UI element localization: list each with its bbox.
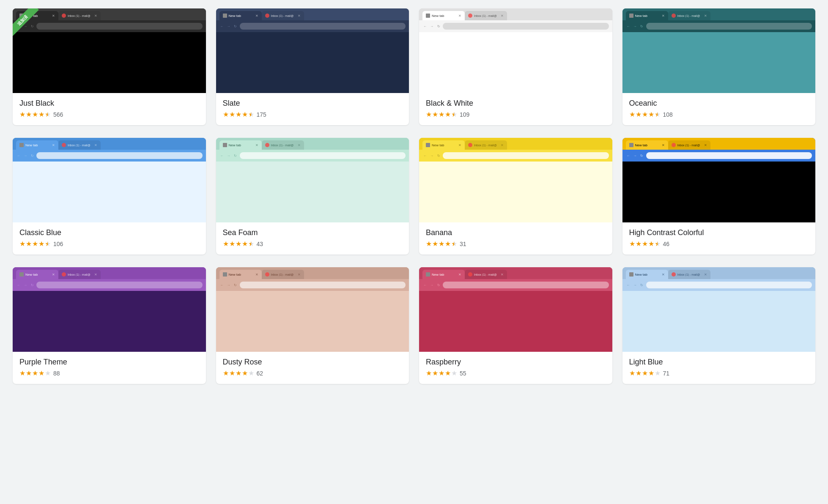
review-count: 106 [53, 241, 63, 247]
star-full: ★ [38, 240, 44, 248]
card-info: Oceanic★★★★★108 [622, 93, 816, 125]
star-full: ★ [32, 110, 38, 118]
theme-name: Dusty Rose [223, 358, 403, 367]
card-info: Just Black★★★★★566 [13, 93, 206, 125]
rating-row: ★★★★★46 [629, 240, 809, 248]
theme-card-purple[interactable]: New tab ✕ Inbox (1) - mail@ ✕ ← → ↻ Purp… [13, 267, 206, 384]
star-full: ★ [636, 240, 642, 248]
rating-row: ★★★★★108 [629, 110, 809, 118]
rating-row: ★★★★★566 [19, 110, 199, 118]
rating-row: ★★★★★43 [223, 240, 403, 248]
theme-thumbnail: New tab ✕ Inbox (1) - mail@ ✕ ← → ↻ [13, 138, 206, 222]
star-full: ★ [19, 240, 25, 248]
star-full: ★ [439, 110, 444, 118]
card-info: Black & White★★★★★109 [419, 93, 612, 125]
theme-name: Classic Blue [19, 228, 199, 237]
theme-card-oceanic[interactable]: New tab ✕ Inbox (1) - mail@ ✕ ← → ↻ Ocea… [622, 8, 816, 125]
star-full: ★ [426, 240, 432, 248]
stars: ★★★★★ [19, 110, 51, 118]
card-info: High Contrast Colorful★★★★★46 [622, 222, 816, 255]
star-full: ★ [223, 240, 229, 248]
theme-name: Black & White [426, 99, 606, 108]
theme-name: Just Black [19, 99, 199, 108]
review-count: 175 [257, 111, 266, 118]
stars: ★★★★★ [629, 240, 661, 248]
theme-name: Raspberry [426, 358, 606, 367]
theme-card-sea-foam[interactable]: New tab ✕ Inbox (1) - mail@ ✕ ← → ↻ Sea … [216, 138, 409, 255]
star-full: ★ [432, 110, 438, 118]
theme-card-raspberry[interactable]: New tab ✕ Inbox (1) - mail@ ✕ ← → ↻ Rasp… [419, 267, 612, 384]
star-full: ★ [445, 110, 451, 118]
star-half: ★ [248, 240, 254, 248]
theme-name: Purple Theme [19, 358, 199, 367]
star-full: ★ [432, 369, 438, 377]
star-full: ★ [26, 369, 32, 377]
review-count: 566 [53, 111, 63, 118]
theme-thumbnail: New tab ✕ Inbox (1) - mail@ ✕ ← → ↻ 追加済 [13, 8, 206, 93]
stars: ★★★★★ [426, 369, 457, 377]
star-full: ★ [236, 110, 241, 118]
star-full: ★ [642, 240, 648, 248]
star-full: ★ [19, 369, 25, 377]
stars: ★★★★★ [426, 240, 457, 248]
rating-row: ★★★★★62 [223, 369, 403, 377]
review-count: 55 [460, 370, 466, 377]
theme-card-dusty-rose[interactable]: New tab ✕ Inbox (1) - mail@ ✕ ← → ↻ Dust… [216, 267, 409, 384]
card-info: Classic Blue★★★★★106 [13, 222, 206, 255]
star-full: ★ [426, 369, 432, 377]
theme-name: Slate [223, 99, 403, 108]
theme-thumbnail: New tab ✕ Inbox (1) - mail@ ✕ ← → ↻ [419, 267, 612, 352]
star-full: ★ [229, 369, 235, 377]
star-full: ★ [26, 110, 32, 118]
theme-card-banana[interactable]: New tab ✕ Inbox (1) - mail@ ✕ ← → ↻ Bana… [419, 138, 612, 255]
theme-card-black-white[interactable]: New tab ✕ Inbox (1) - mail@ ✕ ← → ↻ Blac… [419, 8, 612, 125]
star-full: ★ [629, 110, 635, 118]
theme-card-classic-blue[interactable]: New tab ✕ Inbox (1) - mail@ ✕ ← → ↻ Clas… [13, 138, 206, 255]
theme-thumbnail: New tab ✕ Inbox (1) - mail@ ✕ ← → ↻ [622, 138, 816, 222]
rating-row: ★★★★★71 [629, 369, 809, 377]
star-empty: ★ [655, 369, 661, 377]
theme-name: Banana [426, 228, 606, 237]
card-info: Dusty Rose★★★★★62 [216, 352, 409, 384]
star-half: ★ [45, 110, 51, 118]
theme-card-light-blue[interactable]: New tab ✕ Inbox (1) - mail@ ✕ ← → ↻ Ligh… [622, 267, 816, 384]
review-count: 108 [663, 111, 673, 118]
review-count: 43 [257, 241, 263, 247]
theme-thumbnail: New tab ✕ Inbox (1) - mail@ ✕ ← → ↻ [216, 138, 409, 222]
review-count: 46 [663, 241, 670, 247]
stars: ★★★★★ [223, 110, 254, 118]
star-full: ★ [426, 110, 432, 118]
theme-card-high-contrast-colorful[interactable]: New tab ✕ Inbox (1) - mail@ ✕ ← → ↻ High… [622, 138, 816, 255]
rating-row: ★★★★★109 [426, 110, 606, 118]
star-empty: ★ [45, 369, 51, 377]
star-empty: ★ [451, 369, 457, 377]
star-full: ★ [636, 369, 642, 377]
themes-grid: New tab ✕ Inbox (1) - mail@ ✕ ← → ↻ 追加済J… [13, 8, 815, 384]
star-empty: ★ [248, 369, 254, 377]
card-info: Purple Theme★★★★★88 [13, 352, 206, 384]
rating-row: ★★★★★31 [426, 240, 606, 248]
theme-card-just-black[interactable]: New tab ✕ Inbox (1) - mail@ ✕ ← → ↻ 追加済J… [13, 8, 206, 125]
rating-row: ★★★★★106 [19, 240, 199, 248]
card-info: Raspberry★★★★★55 [419, 352, 612, 384]
star-full: ★ [636, 110, 642, 118]
theme-thumbnail: New tab ✕ Inbox (1) - mail@ ✕ ← → ↻ [419, 138, 612, 222]
star-half: ★ [655, 240, 661, 248]
stars: ★★★★★ [629, 110, 661, 118]
theme-name: High Contrast Colorful [629, 228, 809, 237]
star-full: ★ [445, 369, 451, 377]
theme-thumbnail: New tab ✕ Inbox (1) - mail@ ✕ ← → ↻ [216, 8, 409, 93]
star-full: ★ [32, 369, 38, 377]
star-full: ★ [629, 240, 635, 248]
star-full: ★ [445, 240, 451, 248]
theme-card-slate[interactable]: New tab ✕ Inbox (1) - mail@ ✕ ← → ↻ Slat… [216, 8, 409, 125]
card-info: Light Blue★★★★★71 [622, 352, 816, 384]
star-full: ★ [26, 240, 32, 248]
star-full: ★ [648, 110, 654, 118]
star-half: ★ [451, 240, 457, 248]
stars: ★★★★★ [223, 240, 254, 248]
stars: ★★★★★ [223, 369, 254, 377]
star-full: ★ [236, 369, 241, 377]
theme-name: Light Blue [629, 358, 809, 367]
star-full: ★ [642, 369, 648, 377]
